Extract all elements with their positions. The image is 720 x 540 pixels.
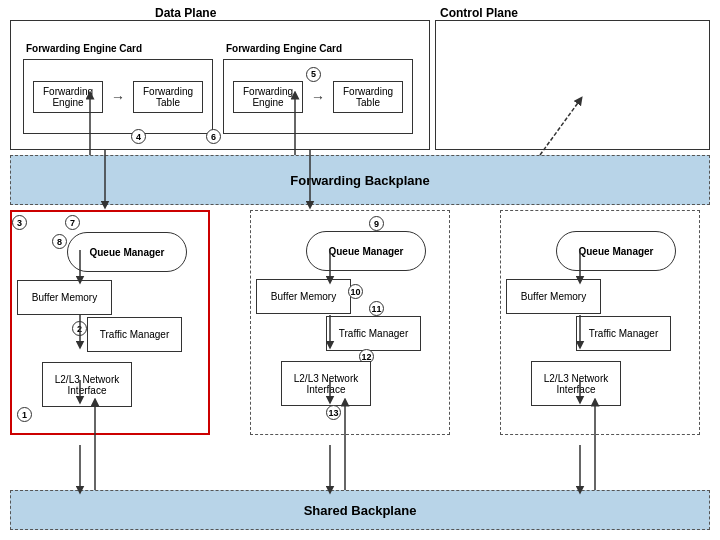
- arrow-right-fec: →: [311, 89, 325, 105]
- fe-left: Forwarding Engine: [33, 81, 103, 113]
- arrow-left-fec: →: [111, 89, 125, 105]
- badge-11: 11: [369, 301, 384, 316]
- badge-6: 6: [206, 129, 221, 144]
- badge-1: 1: [17, 407, 32, 422]
- line-card-left: 8 Queue Manager Buffer Memory 2 Traffic …: [10, 210, 210, 435]
- data-plane-title: Data Plane: [155, 6, 216, 20]
- fec-box-left: Forwarding Engine → Forwarding Table: [23, 59, 213, 134]
- badge-8: 8: [52, 234, 67, 249]
- ni-mid: L2/L3 Network Interface: [281, 361, 371, 406]
- fec-box-right: Forwarding Engine → 5 Forwarding Table: [223, 59, 413, 134]
- tm-mid: Traffic Manager: [326, 316, 421, 351]
- badge-5: 5: [306, 67, 321, 82]
- qm-mid: Queue Manager: [306, 231, 426, 271]
- forwarding-backplane: Forwarding Backplane: [10, 155, 710, 205]
- bm-right: Buffer Memory: [506, 279, 601, 314]
- badge-4: 4: [131, 129, 146, 144]
- shared-backplane: Shared Backplane: [10, 490, 710, 530]
- tm-left: Traffic Manager: [87, 317, 182, 352]
- control-plane-title: Control Plane: [440, 6, 518, 20]
- badge-10: 10: [348, 284, 363, 299]
- control-plane-section: CPU Route Control Processor Routing Tabl…: [435, 20, 710, 150]
- ni-left: L2/L3 Network Interface: [42, 362, 132, 407]
- badge-13: 13: [326, 405, 341, 420]
- bm-left: Buffer Memory: [17, 280, 112, 315]
- data-plane-section: Forwarding Engine Card Forwarding Engine…: [10, 20, 430, 150]
- badge-9: 9: [369, 216, 384, 231]
- qm-right: Queue Manager: [556, 231, 676, 271]
- badge-2: 2: [72, 321, 87, 336]
- qm-left: Queue Manager: [67, 232, 187, 272]
- fec-left-label: Forwarding Engine Card: [26, 43, 142, 54]
- ft-right: Forwarding Table: [333, 81, 403, 113]
- main-container: Data Plane Control Plane Forwarding Engi…: [0, 0, 720, 540]
- ni-right: L2/L3 Network Interface: [531, 361, 621, 406]
- ft-left: Forwarding Table: [133, 81, 203, 113]
- tm-right: Traffic Manager: [576, 316, 671, 351]
- line-card-right: Queue Manager Buffer Memory Traffic Mana…: [500, 210, 700, 435]
- fe-right: Forwarding Engine: [233, 81, 303, 113]
- fec-right-label: Forwarding Engine Card: [226, 43, 342, 54]
- line-card-mid: 9 Queue Manager Buffer Memory 10 11 Traf…: [250, 210, 450, 435]
- bm-mid: Buffer Memory: [256, 279, 351, 314]
- line-cards-area: 8 Queue Manager Buffer Memory 2 Traffic …: [10, 210, 710, 440]
